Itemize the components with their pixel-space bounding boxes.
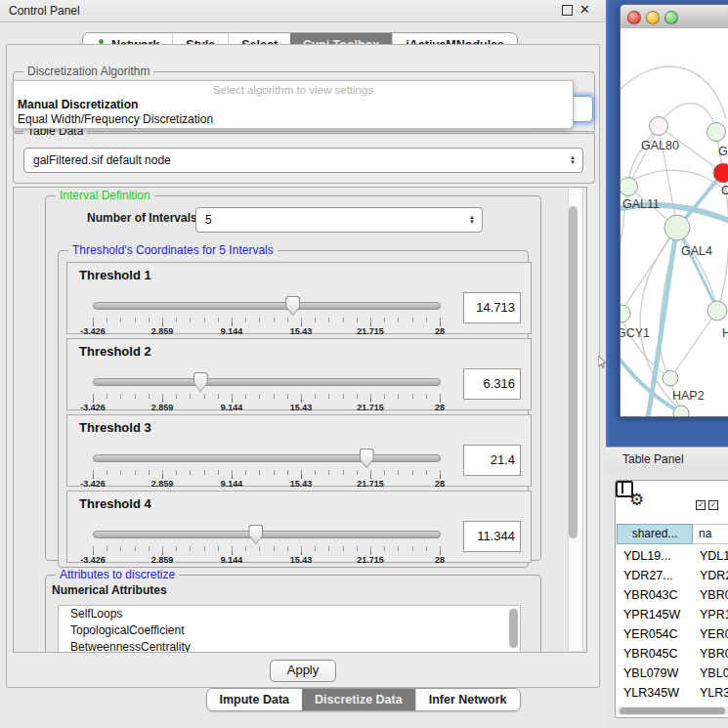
table-row[interactable]: YBR043CYBR0 [617,585,728,605]
zoom-traffic-light-icon[interactable] [664,11,678,24]
threshold-3-value-field[interactable]: 21.4 [463,445,521,476]
algorithm-dropdown-list: Select algorithm to view settings Manual… [13,80,574,129]
threshold-title: Threshold 4 [79,496,151,511]
network-node[interactable] [664,215,690,240]
table-hscrollbar[interactable] [617,707,728,715]
cell-shared-name[interactable]: YDR27... [617,566,700,585]
threshold-1-slider[interactable]: -3.4262.8599.14415.4321.71528 [93,294,441,331]
network-node[interactable] [621,178,638,196]
slider-track[interactable] [93,454,441,462]
slider-track[interactable] [93,531,441,538]
numerical-attributes-list[interactable]: SelfLoopsTopologicalCoefficientBetweenne… [58,605,521,653]
table-row[interactable]: YDL19...YDL1 [617,546,728,566]
network-view-window: GAL80GACGAL11GAL4GCY1HHAP2 [620,4,728,417]
apply-button[interactable]: Apply [270,660,336,682]
table-row[interactable]: YBR045CYBR0 [617,644,728,664]
table-hscrollbar-thumb[interactable] [620,707,725,714]
tick-label: -3.426 [80,326,106,336]
network-node[interactable] [673,406,689,416]
cell-name[interactable]: YPR1 [700,605,728,624]
column-header-name[interactable]: na [693,524,728,544]
network-node[interactable] [650,117,668,136]
table-row[interactable]: YPR145WYPR1 [617,605,728,624]
dropdown-option-equal-width[interactable]: Equal Width/Frequency Discretization [18,112,213,126]
threshold-title: Threshold 3 [79,420,151,435]
tick-label: -3.426 [80,479,106,489]
network-edge[interactable] [621,66,726,118]
network-canvas[interactable]: GAL80GACGAL11GAL4GCY1HHAP2 [621,28,728,416]
cell-shared-name[interactable]: YPR145W [617,605,700,624]
table-panel-titlebar[interactable]: Table Panel [606,447,728,474]
table-row[interactable]: YDR27...YDR2 [617,566,728,585]
threshold-3-slider[interactable]: -3.4262.8599.14415.4321.71528 [93,447,441,484]
checkbox-icon[interactable]: ✓ [708,500,718,510]
slider-tick-labels: -3.4262.8599.14415.4321.71528 [93,479,440,491]
attribute-list-item[interactable]: TopologicalCoefficient [59,622,520,639]
column-header-shared-name[interactable]: shared... [617,524,693,544]
cell-shared-name[interactable]: YBR045C [617,644,700,664]
cell-shared-name[interactable]: YBR043C [617,585,700,605]
cell-name[interactable]: YDL1 [700,546,728,566]
threshold-3-box: Threshold 3 -3.4262.8599.14415.4321.7152… [66,414,532,487]
slider-thumb[interactable] [360,449,374,468]
threshold-2-slider[interactable]: -3.4262.8599.14415.4321.71528 [93,370,441,407]
tab-impute-data[interactable]: Impute Data [207,689,303,710]
cell-shared-name[interactable]: YDL19... [617,546,700,566]
network-graph[interactable]: GAL80GACGAL11GAL4GCY1HHAP2 [621,28,728,416]
threshold-4-slider[interactable]: -3.4262.8599.14415.4321.71528 [93,523,441,560]
dropdown-option-manual[interactable]: Manual Discretization [18,98,138,111]
network-window-titlebar[interactable] [621,5,728,29]
cell-shared-name[interactable]: YBL079W [617,664,700,683]
slider-thumb[interactable] [193,372,208,392]
network-node[interactable] [707,123,726,142]
cell-name[interactable]: YBR0 [700,585,728,605]
number-of-intervals-combobox[interactable]: 5 ▲▼ [195,207,483,233]
tick-label: 15.43 [290,326,313,336]
cyni-mode-tabs: Impute Data Discretize Data Infer Networ… [206,688,521,711]
network-node[interactable] [663,370,678,386]
minimize-traffic-light-icon[interactable] [646,11,660,24]
slider-track[interactable] [93,378,441,386]
mouse-cursor [598,356,607,368]
tab-infer-network[interactable]: Infer Network [415,689,520,710]
list-scrollbar[interactable] [509,609,518,648]
cell-name[interactable]: YBL0 [700,664,728,683]
slider-ticks [93,318,441,326]
cell-name[interactable]: YER0 [700,624,728,644]
table-row[interactable]: YER054CYER0 [617,624,728,644]
cell-name[interactable]: YDR2 [700,566,728,585]
threshold-1-value-field[interactable]: 14.713 [463,292,521,323]
slider-thumb[interactable] [285,296,300,316]
table-row[interactable]: YLR345WYLR3 [617,683,728,700]
slider-thumb[interactable] [248,525,263,544]
slider-track[interactable] [93,302,441,310]
float-window-icon[interactable] [562,5,573,16]
tab-discretize-data[interactable]: Discretize Data [302,689,415,710]
table-row[interactable]: YBL079WYBL0 [617,664,728,683]
gear-icon[interactable]: ⚙ [629,490,644,510]
cell-shared-name[interactable]: YLR345W [617,683,700,700]
network-edge[interactable] [677,228,716,308]
close-traffic-light-icon[interactable] [627,11,641,24]
cell-name[interactable]: YBR0 [700,644,728,664]
panel-scrollbar-track[interactable] [568,189,583,651]
tick-label: 21.715 [357,555,384,565]
checkbox-icon[interactable]: ✓ [696,500,706,510]
control-panel-titlebar: Control Panel ✕ [0,0,606,22]
close-icon[interactable]: ✕ [579,2,590,17]
threshold-4-value-field[interactable]: 11.344 [463,521,521,552]
table-data-combobox[interactable]: galFiltered.sif default node ▲▼ [23,148,583,173]
tick-label: 15.43 [290,555,313,565]
network-node[interactable] [707,301,727,321]
cell-shared-name[interactable]: YER054C [617,624,700,644]
cell-name[interactable]: YLR3 [700,683,728,700]
tick-label: -3.426 [80,555,106,565]
network-edge[interactable] [628,126,659,187]
network-edge[interactable] [670,311,717,378]
threshold-2-value-field[interactable]: 6.316 [463,368,521,400]
attribute-list-item[interactable]: SelfLoops [59,606,520,622]
panel-scrollbar-thumb[interactable] [569,206,578,538]
attribute-list-item[interactable]: BetweennessCentrality [59,639,520,653]
network-node[interactable] [621,305,630,322]
network-node[interactable] [713,163,728,183]
